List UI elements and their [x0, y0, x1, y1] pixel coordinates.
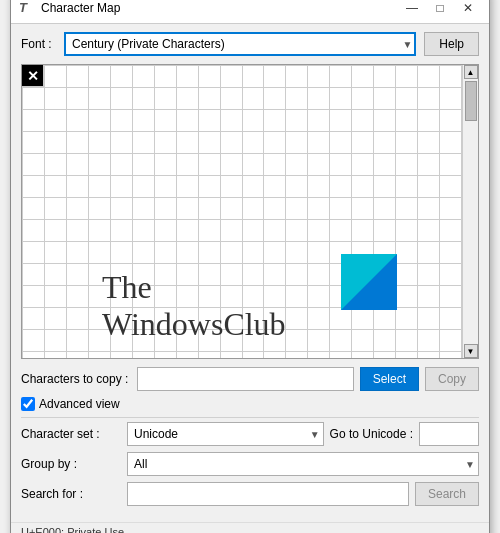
char-cell[interactable] [23, 352, 45, 358]
char-cell[interactable] [89, 264, 111, 286]
char-cell[interactable] [264, 198, 286, 220]
char-cell[interactable] [286, 220, 308, 242]
char-cell[interactable] [308, 66, 330, 88]
char-cell[interactable] [89, 330, 111, 352]
char-cell[interactable] [45, 220, 67, 242]
char-cell[interactable] [177, 198, 199, 220]
char-cell[interactable] [374, 286, 396, 308]
char-cell[interactable] [199, 330, 221, 352]
char-cell[interactable] [45, 198, 67, 220]
chars-to-copy-input[interactable] [137, 367, 354, 391]
char-cell[interactable] [23, 132, 45, 154]
char-cell[interactable] [264, 264, 286, 286]
char-cell[interactable] [352, 198, 374, 220]
char-cell[interactable] [264, 308, 286, 330]
char-cell[interactable] [111, 330, 133, 352]
char-cell[interactable] [199, 286, 221, 308]
char-cell[interactable] [177, 352, 199, 358]
char-cell[interactable] [352, 242, 374, 264]
char-cell[interactable] [111, 154, 133, 176]
char-cell[interactable] [45, 176, 67, 198]
char-cell[interactable] [418, 330, 440, 352]
char-cell[interactable] [199, 198, 221, 220]
char-cell[interactable] [330, 242, 352, 264]
char-cell[interactable] [89, 198, 111, 220]
char-cell[interactable] [111, 220, 133, 242]
char-cell[interactable] [352, 132, 374, 154]
char-cell[interactable] [67, 176, 89, 198]
char-cell[interactable] [111, 176, 133, 198]
char-cell[interactable] [177, 110, 199, 132]
char-cell[interactable] [374, 220, 396, 242]
char-cell[interactable] [374, 176, 396, 198]
char-cell[interactable] [440, 242, 462, 264]
character-set-select[interactable]: Unicode Windows: Western DOS: Latin US [127, 422, 324, 446]
char-cell[interactable] [308, 110, 330, 132]
char-cell[interactable] [352, 264, 374, 286]
char-cell[interactable] [308, 176, 330, 198]
char-cell[interactable] [23, 220, 45, 242]
char-cell[interactable] [308, 308, 330, 330]
char-cell[interactable] [396, 220, 418, 242]
char-cell[interactable] [133, 176, 155, 198]
char-cell[interactable] [396, 264, 418, 286]
char-cell[interactable] [45, 66, 67, 88]
char-cell[interactable] [67, 66, 89, 88]
char-cell[interactable] [45, 308, 67, 330]
char-cell[interactable] [418, 88, 440, 110]
char-cell[interactable] [374, 198, 396, 220]
char-cell[interactable] [155, 264, 177, 286]
char-cell[interactable] [440, 154, 462, 176]
char-cell[interactable] [23, 242, 45, 264]
char-cell[interactable] [418, 132, 440, 154]
char-cell[interactable] [199, 352, 221, 358]
char-cell[interactable] [45, 286, 67, 308]
char-cell[interactable] [45, 242, 67, 264]
char-cell[interactable] [177, 88, 199, 110]
char-cell[interactable] [330, 154, 352, 176]
char-cell[interactable] [45, 132, 67, 154]
char-cell[interactable] [330, 220, 352, 242]
char-cell[interactable] [221, 352, 243, 358]
char-cell[interactable] [308, 154, 330, 176]
char-cell[interactable] [243, 110, 265, 132]
char-cell[interactable] [374, 330, 396, 352]
char-cell[interactable] [440, 198, 462, 220]
char-cell[interactable] [418, 110, 440, 132]
char-cell[interactable] [89, 352, 111, 358]
char-cell[interactable] [111, 88, 133, 110]
scrollbar[interactable]: ▲ ▼ [462, 65, 478, 358]
char-cell[interactable] [23, 198, 45, 220]
char-cell[interactable] [264, 352, 286, 358]
char-cell[interactable] [199, 242, 221, 264]
char-cell[interactable] [396, 330, 418, 352]
char-cell[interactable] [177, 220, 199, 242]
char-cell[interactable] [199, 88, 221, 110]
char-cell[interactable] [155, 220, 177, 242]
char-cell[interactable] [440, 286, 462, 308]
goto-unicode-input[interactable] [419, 422, 479, 446]
char-cell[interactable] [308, 330, 330, 352]
char-cell[interactable] [396, 176, 418, 198]
char-cell[interactable] [374, 132, 396, 154]
char-cell[interactable] [221, 220, 243, 242]
char-cell[interactable] [243, 88, 265, 110]
char-cell[interactable] [177, 66, 199, 88]
char-cell[interactable] [286, 308, 308, 330]
search-button[interactable]: Search [415, 482, 479, 506]
char-cell[interactable] [133, 198, 155, 220]
char-cell[interactable] [286, 110, 308, 132]
char-cell[interactable] [352, 308, 374, 330]
char-cell[interactable] [67, 242, 89, 264]
char-cell[interactable] [133, 242, 155, 264]
char-cell[interactable] [418, 198, 440, 220]
char-cell[interactable] [221, 242, 243, 264]
char-cell[interactable] [23, 264, 45, 286]
advanced-view-checkbox[interactable] [21, 397, 35, 411]
char-cell[interactable] [89, 286, 111, 308]
char-cell[interactable] [243, 176, 265, 198]
char-cell[interactable] [396, 154, 418, 176]
char-cell[interactable] [155, 154, 177, 176]
char-cell[interactable] [221, 88, 243, 110]
char-cell[interactable] [264, 88, 286, 110]
